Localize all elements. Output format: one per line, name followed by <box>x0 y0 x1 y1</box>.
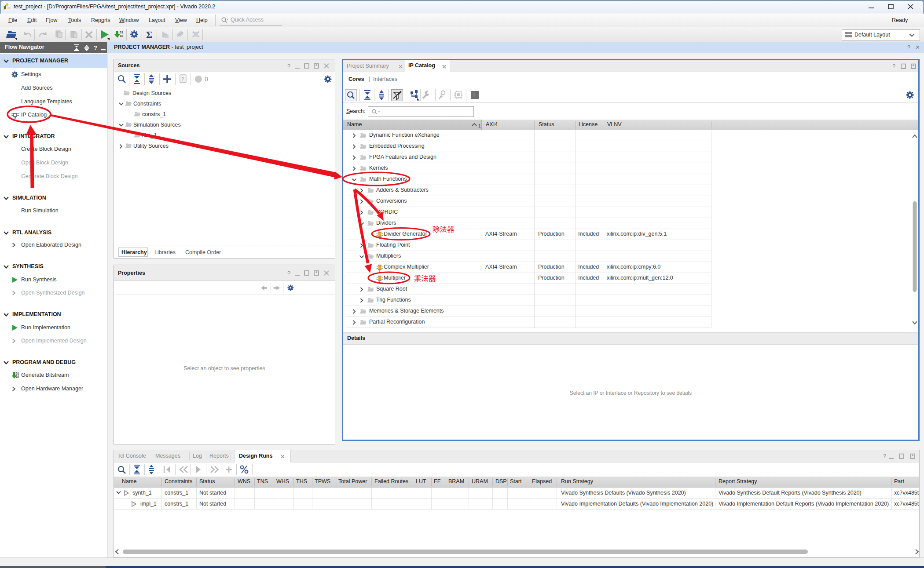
svg-text:?: ? <box>287 270 290 276</box>
svg-text:?: ? <box>287 63 290 69</box>
svg-text:0: 0 <box>205 76 208 83</box>
svg-text:Σ: Σ <box>146 29 152 40</box>
svg-text:?: ? <box>181 76 184 82</box>
svg-text:?: ? <box>892 63 895 69</box>
svg-text:01: 01 <box>120 31 123 34</box>
svg-text:10: 10 <box>120 34 123 37</box>
svg-text:?: ? <box>883 453 886 459</box>
svg-text:1: 1 <box>478 124 481 128</box>
svg-text:i: i <box>473 92 474 98</box>
svg-text:10: 10 <box>16 375 19 378</box>
svg-text:?: ? <box>94 44 97 51</box>
svg-text:01: 01 <box>16 372 19 375</box>
